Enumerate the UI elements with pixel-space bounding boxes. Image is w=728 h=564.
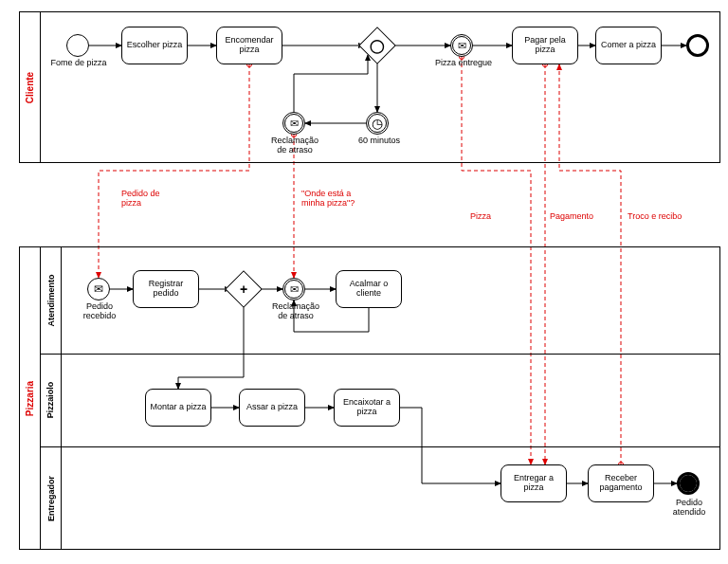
task-receber[interactable]: Receber pagamento [588, 464, 654, 502]
event-reclamacao-cliente[interactable] [282, 112, 305, 135]
msg-pagamento: Pagamento [550, 212, 593, 222]
start-event-pedido[interactable] [87, 278, 110, 300]
task-assar[interactable]: Assar a pizza [239, 389, 305, 427]
reclamacao-label-cliente: Reclamação de atraso [265, 136, 324, 155]
task-encaixotar[interactable]: Encaixotar a pizza [334, 389, 400, 427]
start-event-cliente[interactable] [66, 34, 89, 57]
task-comer[interactable]: Comer a pizza [595, 27, 662, 64]
pedido-recebido-label: Pedido recebido [74, 302, 125, 321]
event-pizza-entregue[interactable] [450, 34, 473, 57]
lane-atendimento: Atendimento [41, 247, 62, 354]
task-encomendar[interactable]: Encomendar pizza [216, 27, 282, 64]
reclamacao-label-pizzaria: Reclamação de atraso [267, 302, 324, 321]
entregue-label: Pizza entregue [431, 59, 496, 68]
lane-divider-2 [41, 446, 719, 447]
end-event-cliente[interactable] [686, 34, 709, 57]
event-reclamacao-pizzaria[interactable] [282, 278, 305, 300]
task-escolher[interactable]: Escolher pizza [121, 27, 188, 64]
lane-divider-1 [41, 354, 719, 355]
lane-entregador: Entregador [41, 446, 62, 550]
end-event-pizzaria[interactable] [677, 472, 700, 495]
timer-event[interactable] [366, 112, 389, 135]
pool-label-cliente: Cliente [20, 12, 41, 162]
task-pagar[interactable]: Pagar pela pizza [512, 27, 578, 64]
pool-label-pizzaria: Pizzaria [20, 247, 41, 549]
start-label-cliente: Fome de pizza [46, 59, 112, 68]
timer-label: 60 minutos [353, 136, 406, 146]
task-entregar[interactable]: Entregar a pizza [500, 464, 567, 502]
msg-pedido: Pedido de pizza [121, 190, 178, 209]
task-montar[interactable]: Montar a pizza [145, 389, 211, 427]
msg-onde: "Onde está a minha pizza"? [301, 190, 373, 209]
msg-pizza: Pizza [470, 212, 491, 222]
msg-troco: Troco e recibo [628, 212, 703, 222]
end-label-pizzaria: Pedido atendido [664, 499, 715, 518]
task-acalmar[interactable]: Acalmar o cliente [336, 270, 402, 308]
lane-pizzaiolo: Pizzaiolo [41, 354, 62, 446]
task-registrar[interactable]: Registrar pedido [133, 270, 199, 308]
